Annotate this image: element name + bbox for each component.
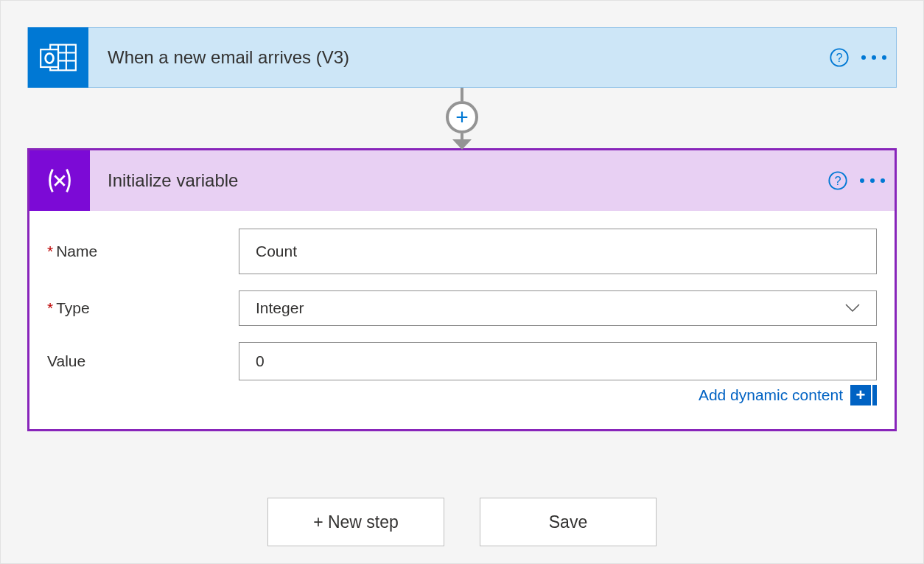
svg-text:?: ? — [836, 51, 842, 64]
new-step-button[interactable]: + New step — [267, 498, 444, 546]
insert-step-button[interactable]: + — [446, 101, 478, 133]
svg-rect-5 — [41, 49, 58, 67]
type-select[interactable]: Integer — [239, 290, 877, 326]
help-icon[interactable]: ? — [825, 168, 850, 193]
more-icon[interactable] — [852, 55, 896, 60]
type-label: *Type — [47, 299, 239, 317]
save-button[interactable]: Save — [480, 498, 657, 546]
outlook-icon — [28, 27, 88, 88]
plus-icon[interactable]: + — [850, 385, 871, 405]
help-icon[interactable]: ? — [827, 45, 852, 70]
name-label: *Name — [47, 243, 239, 260]
more-icon[interactable] — [850, 178, 895, 183]
action-title: Initialize variable — [108, 170, 825, 191]
type-value: Integer — [256, 299, 304, 317]
add-dynamic-content-link[interactable]: Add dynamic content — [699, 386, 843, 404]
chevron-down-icon — [845, 301, 860, 316]
svg-text:?: ? — [834, 174, 841, 187]
trigger-title: When a new email arrives (V3) — [108, 47, 827, 68]
variable-icon — [29, 150, 90, 211]
action-card: Initialize variable ? *Name *Type Intege… — [27, 148, 897, 431]
value-input[interactable] — [239, 342, 877, 380]
action-header[interactable]: Initialize variable ? — [29, 150, 895, 211]
dyn-bar — [872, 385, 877, 405]
designer-canvas: When a new email arrives (V3) ? + Initia… — [0, 0, 924, 564]
value-label: Value — [47, 352, 239, 370]
connector: + — [27, 88, 897, 148]
trigger-card[interactable]: When a new email arrives (V3) ? — [27, 27, 897, 88]
footer: + New step Save — [27, 498, 897, 546]
name-input[interactable] — [239, 229, 877, 274]
action-body: *Name *Type Integer Value Add dynamic co… — [29, 211, 895, 429]
